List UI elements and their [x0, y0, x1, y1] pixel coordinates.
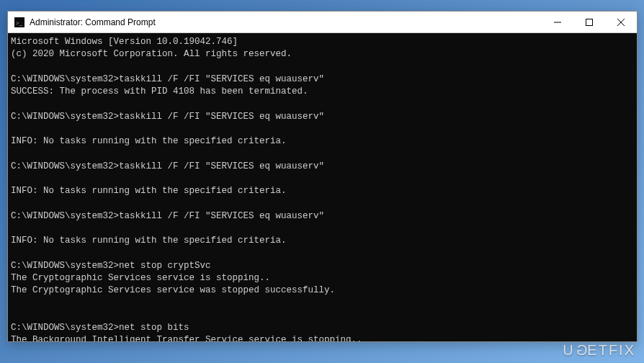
terminal-line — [11, 310, 632, 322]
terminal-line: The Background Intelligent Transfer Serv… — [11, 334, 632, 341]
terminal-line: C:\WINDOWS\system32>taskkill /F /FI "SER… — [11, 210, 632, 223]
minimize-button[interactable] — [542, 12, 573, 33]
terminal-line — [11, 61, 632, 73]
terminal-line — [11, 148, 632, 160]
terminal-line: (c) 2020 Microsoft Corporation. All righ… — [11, 48, 632, 60]
watermark-char: T — [599, 342, 609, 358]
terminal-line: C:\WINDOWS\system32>taskkill /F /FI "SER… — [11, 111, 632, 123]
terminal-line — [11, 223, 632, 235]
terminal-line — [11, 123, 632, 135]
terminal-line: INFO: No tasks running with the specifie… — [11, 235, 632, 247]
terminal-line: C:\WINDOWS\system32>taskkill /F /FI "SER… — [11, 161, 632, 173]
watermark-char: X — [625, 342, 635, 358]
command-prompt-window: >_ Administrator: Command Prompt Microso… — [7, 11, 638, 342]
terminal-line: C:\WINDOWS\system32>net stop bits — [11, 322, 632, 334]
maximize-button[interactable] — [573, 12, 605, 33]
svg-text:>_: >_ — [16, 19, 23, 26]
terminal-line — [11, 197, 632, 210]
terminal-line: C:\WINDOWS\system32>taskkill /F /FI "SER… — [11, 73, 632, 86]
terminal-line: INFO: No tasks running with the specifie… — [11, 135, 632, 148]
watermark-char: U — [563, 342, 574, 358]
watermark-char: I — [619, 342, 625, 358]
terminal-line: Microsoft Windows [Version 10.0.19042.74… — [11, 36, 632, 48]
window-title: Administrator: Command Prompt — [28, 17, 156, 27]
watermark-char: F — [609, 342, 619, 358]
terminal-line — [11, 297, 632, 309]
svg-rect-3 — [586, 19, 593, 25]
cmd-icon: >_ — [11, 17, 28, 27]
terminal-line: C:\WINDOWS\system32>net stop cryptSvc — [11, 260, 632, 272]
terminal-line — [11, 247, 632, 259]
terminal-line — [11, 98, 632, 110]
watermark-char: G — [575, 342, 588, 359]
close-button[interactable] — [605, 12, 637, 33]
terminal-line: INFO: No tasks running with the specifie… — [11, 185, 632, 197]
watermark-text: UGETFIX — [563, 342, 635, 359]
terminal-output[interactable]: Microsoft Windows [Version 10.0.19042.74… — [8, 33, 637, 341]
watermark-char: E — [587, 342, 598, 358]
window-titlebar[interactable]: >_ Administrator: Command Prompt — [8, 12, 637, 33]
terminal-line — [11, 173, 632, 185]
terminal-line: The Cryptographic Services service was s… — [11, 284, 632, 297]
terminal-line: The Cryptographic Services service is st… — [11, 272, 632, 284]
terminal-line: SUCCESS: The process with PID 4108 has b… — [11, 86, 632, 98]
